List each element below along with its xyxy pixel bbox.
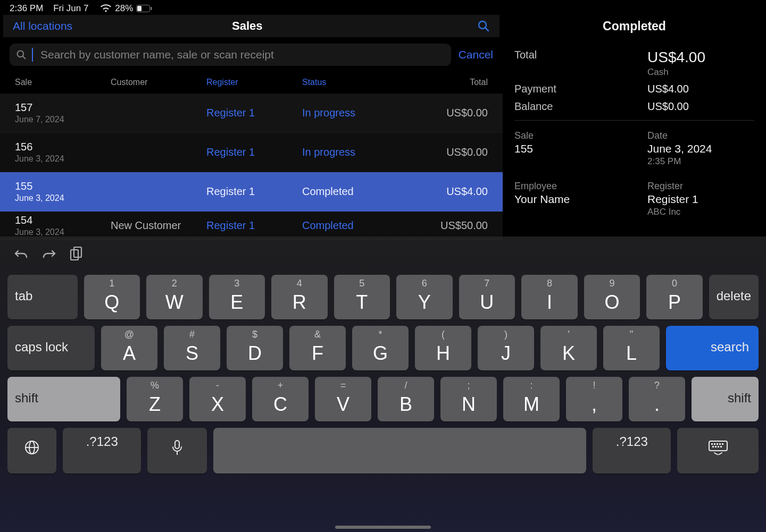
row-sale-date: June 3, 2024 — [15, 227, 111, 237]
tab-key[interactable]: tab — [7, 275, 78, 319]
date-label: Date — [647, 130, 754, 141]
key-l[interactable]: "L — [603, 326, 660, 370]
payment-value: US$4.00 — [647, 83, 754, 95]
key-f[interactable]: &F — [289, 326, 346, 370]
keyboard[interactable]: tab1Q2W3E4R5T6Y7U8I9O0Pdelete caps lock@… — [0, 237, 766, 532]
key-i[interactable]: 8I — [521, 275, 578, 319]
space-key[interactable] — [213, 428, 586, 474]
status-date: Fri Jun 7 — [53, 3, 88, 13]
balance-label: Balance — [514, 100, 647, 113]
date-value: June 3, 2024 — [647, 142, 754, 155]
row-register: Register 1 — [206, 146, 302, 158]
wifi-icon — [100, 4, 112, 13]
key-o[interactable]: 9O — [584, 275, 640, 319]
employee-value: Your Name — [514, 193, 647, 206]
register-label: Register — [647, 181, 754, 192]
key-x[interactable]: -X — [189, 377, 246, 421]
search-key[interactable]: search — [666, 326, 759, 370]
redo-icon[interactable] — [41, 248, 56, 263]
cancel-button[interactable]: Cancel — [459, 48, 493, 61]
globe-key[interactable] — [7, 428, 56, 474]
svg-rect-18 — [722, 443, 723, 445]
key-e[interactable]: 3E — [209, 275, 265, 319]
table-row[interactable]: 154June 3, 2024New CustomerRegister 1Com… — [0, 212, 503, 240]
text-caret — [32, 48, 33, 62]
key-,[interactable]: !, — [566, 377, 622, 421]
undo-icon[interactable] — [14, 248, 29, 263]
battery-icon — [136, 5, 152, 12]
caps-lock-key[interactable]: caps lock — [7, 326, 95, 370]
table-header: Sale Customer Register Status Total — [0, 71, 503, 94]
key-.[interactable]: ?. — [629, 377, 685, 421]
svg-rect-1 — [137, 6, 141, 11]
shift-key-right[interactable]: shift — [692, 377, 759, 421]
key-n[interactable]: ;N — [440, 377, 497, 421]
key-u[interactable]: 7U — [459, 275, 515, 319]
col-register[interactable]: Register — [206, 78, 302, 87]
key-z[interactable]: %Z — [127, 377, 183, 421]
key-a[interactable]: @A — [101, 326, 157, 370]
table-row[interactable]: 157June 7, 2024Register 1In progressUS$0… — [0, 94, 503, 133]
key-w[interactable]: 2W — [146, 275, 203, 319]
key-k[interactable]: 'K — [540, 326, 597, 370]
hide-keyboard-key[interactable] — [677, 428, 759, 474]
separator — [514, 120, 754, 121]
row-total: US$0.00 — [409, 107, 488, 119]
search-icon[interactable] — [474, 20, 490, 32]
status-bar: 2:36 PM Fri Jun 7 28% — [0, 0, 766, 15]
home-indicator[interactable] — [335, 526, 431, 529]
key-c[interactable]: +C — [252, 377, 309, 421]
mic-key[interactable] — [147, 428, 207, 474]
table-row[interactable]: 156June 3, 2024Register 1In progressUS$0… — [0, 133, 503, 172]
row-sale-date: June 7, 2024 — [15, 115, 111, 124]
sale-label: Sale — [514, 130, 647, 141]
key-v[interactable]: =V — [315, 377, 371, 421]
row-sale-date: June 3, 2024 — [15, 193, 111, 203]
search-input[interactable] — [40, 48, 445, 61]
key-y[interactable]: 6Y — [396, 275, 453, 319]
key-t[interactable]: 5T — [334, 275, 390, 319]
clipboard-icon[interactable] — [69, 247, 83, 264]
search-box[interactable] — [10, 44, 451, 66]
register-sub: ABC Inc — [647, 207, 754, 217]
key-m[interactable]: :M — [503, 377, 560, 421]
detail-title: Completed — [514, 15, 754, 37]
status-time: 2:36 PM — [10, 3, 43, 13]
key-r[interactable]: 4R — [271, 275, 328, 319]
numbers-key-right[interactable]: .?123 — [593, 428, 671, 474]
svg-rect-16 — [717, 443, 718, 445]
row-status: In progress — [302, 146, 409, 158]
key-j[interactable]: )J — [478, 326, 534, 370]
table-row[interactable]: 155June 3, 2024Register 1CompletedUS$4.0… — [0, 172, 503, 212]
locations-link[interactable]: All locations — [13, 20, 93, 32]
key-d[interactable]: $D — [227, 326, 283, 370]
key-s[interactable]: #S — [164, 326, 220, 370]
col-total: Total — [409, 78, 488, 87]
numbers-key-left[interactable]: .?123 — [63, 428, 141, 474]
total-sub: Cash — [647, 67, 705, 78]
total-label: Total — [514, 49, 647, 78]
key-h[interactable]: (H — [415, 326, 471, 370]
delete-key[interactable]: delete — [709, 275, 759, 319]
svg-line-4 — [486, 28, 489, 31]
svg-line-6 — [23, 56, 26, 59]
col-status[interactable]: Status — [302, 78, 409, 87]
row-sale-id: 156 — [15, 141, 111, 153]
key-q[interactable]: 1Q — [84, 275, 140, 319]
sale-value: 155 — [514, 142, 647, 155]
magnify-icon — [16, 49, 27, 60]
svg-rect-21 — [718, 446, 719, 447]
row-status: In progress — [302, 107, 409, 119]
row-status: Completed — [302, 185, 409, 198]
svg-rect-17 — [719, 443, 721, 445]
payment-label: Payment — [514, 83, 647, 95]
svg-rect-15 — [714, 443, 715, 445]
key-g[interactable]: *G — [352, 326, 409, 370]
row-customer: New Customer — [111, 219, 206, 232]
row-total: US$4.00 — [409, 185, 488, 198]
status-battery-pct: 28% — [115, 3, 133, 14]
key-b[interactable]: /B — [378, 377, 434, 421]
shift-key-left[interactable]: shift — [7, 377, 120, 421]
row-status: Completed — [302, 219, 409, 232]
key-p[interactable]: 0P — [646, 275, 703, 319]
